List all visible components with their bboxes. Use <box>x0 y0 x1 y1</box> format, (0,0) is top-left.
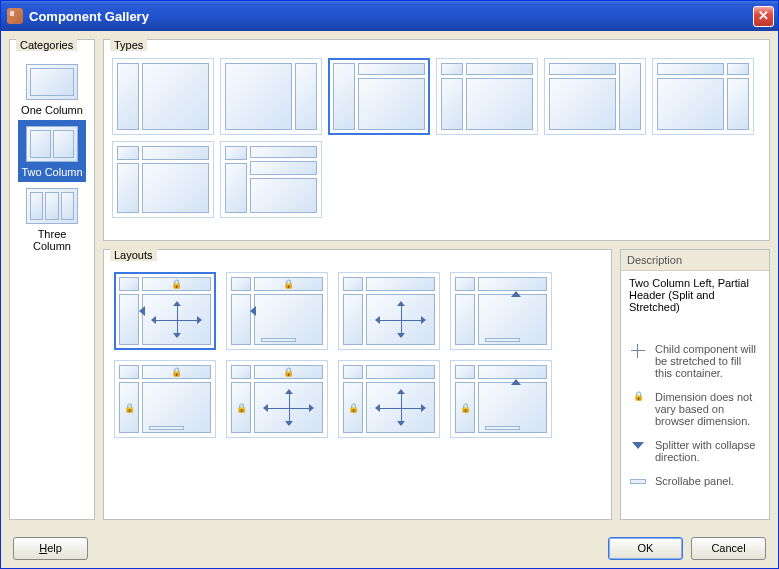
category-item-three-column[interactable]: Three Column <box>18 182 86 256</box>
category-thumb <box>26 188 78 224</box>
layouts-legend: Layouts <box>110 249 157 261</box>
legend-text: Scrollabe panel. <box>655 475 734 487</box>
layout-item-8[interactable]: 🔒 <box>450 360 552 438</box>
legend-row: Child component will be stretched to fil… <box>629 343 761 379</box>
layout-item-7[interactable]: 🔒 <box>338 360 440 438</box>
lock-icon: 🔒 <box>460 403 471 413</box>
legend-text: Child component will be stretched to fil… <box>655 343 761 379</box>
layout-item-1[interactable]: 🔒 <box>114 272 216 350</box>
app-icon <box>7 8 23 24</box>
close-button[interactable]: ✕ <box>753 6 774 27</box>
description-title: Two Column Left, Partial Header (Split a… <box>621 271 769 319</box>
type-item-0[interactable] <box>112 58 214 135</box>
legend-text: Dimension does not vary based on browser… <box>655 391 761 427</box>
splitter-icon <box>511 291 521 297</box>
stretch-icon <box>367 383 434 432</box>
type-item-1[interactable] <box>220 58 322 135</box>
cancel-button[interactable]: Cancel <box>691 537 766 560</box>
dialog-content: Categories One ColumnTwo ColumnThree Col… <box>1 31 778 528</box>
layouts-panel: Layouts 🔒🔒🔒🔒🔒🔒🔒🔒 <box>103 249 612 520</box>
dialog-footer: Help OK Cancel <box>1 528 778 568</box>
type-item-4[interactable] <box>544 58 646 135</box>
help-label: elp <box>47 542 62 554</box>
category-thumb <box>26 126 78 162</box>
types-legend: Types <box>110 39 147 51</box>
legend-row: Scrollabe panel. <box>629 475 761 487</box>
dialog-window: Component Gallery ✕ Categories One Colum… <box>0 0 779 569</box>
layout-item-4[interactable] <box>450 272 552 350</box>
legend-text: Splitter with collapse direction. <box>655 439 761 463</box>
type-item-3[interactable] <box>436 58 538 135</box>
window-title: Component Gallery <box>29 9 149 24</box>
category-label: Three Column <box>20 228 84 252</box>
scrollbar-icon <box>485 338 520 342</box>
lock-icon: 🔒 <box>171 279 182 289</box>
description-panel: Description Two Column Left, Partial Hea… <box>620 249 770 520</box>
type-item-7[interactable] <box>220 141 322 218</box>
stretch-icon <box>367 295 434 344</box>
types-panel: Types <box>103 39 770 241</box>
category-item-two-column[interactable]: Two Column <box>18 120 86 182</box>
description-legend: Description <box>621 250 769 271</box>
lock-icon: 🔒 <box>236 403 247 413</box>
splitter-icon <box>250 306 256 316</box>
lock-icon: 🔒 <box>348 403 359 413</box>
scrollbar-icon <box>485 426 520 430</box>
scrollbar-icon <box>149 426 184 430</box>
layout-item-3[interactable] <box>338 272 440 350</box>
category-thumb <box>26 64 78 100</box>
scrollbar-icon <box>261 338 296 342</box>
categories-legend: Categories <box>16 39 77 51</box>
stretch-icon <box>629 343 647 359</box>
type-item-6[interactable] <box>112 141 214 218</box>
help-button[interactable]: Help <box>13 537 88 560</box>
layout-item-2[interactable]: 🔒 <box>226 272 328 350</box>
splitter-icon <box>139 306 145 316</box>
lock-icon: 🔒 <box>171 367 182 377</box>
scroll-icon <box>629 475 647 484</box>
lock-icon: 🔒 <box>629 391 647 401</box>
legend-row: 🔒Dimension does not vary based on browse… <box>629 391 761 427</box>
layout-item-5[interactable]: 🔒🔒 <box>114 360 216 438</box>
stretch-icon <box>255 383 322 432</box>
stretch-icon <box>143 295 210 344</box>
ok-button[interactable]: OK <box>608 537 683 560</box>
type-item-2[interactable] <box>328 58 430 135</box>
splitter-icon <box>511 379 521 385</box>
category-label: Two Column <box>21 166 82 178</box>
splitter-icon <box>629 439 647 449</box>
lock-icon: 🔒 <box>124 403 135 413</box>
lock-icon: 🔒 <box>283 279 294 289</box>
legend-row: Splitter with collapse direction. <box>629 439 761 463</box>
lock-icon: 🔒 <box>283 367 294 377</box>
categories-panel: Categories One ColumnTwo ColumnThree Col… <box>9 39 95 520</box>
layout-item-6[interactable]: 🔒🔒 <box>226 360 328 438</box>
titlebar: Component Gallery ✕ <box>1 1 778 31</box>
type-item-5[interactable] <box>652 58 754 135</box>
category-item-one-column[interactable]: One Column <box>18 58 86 120</box>
category-label: One Column <box>21 104 83 116</box>
